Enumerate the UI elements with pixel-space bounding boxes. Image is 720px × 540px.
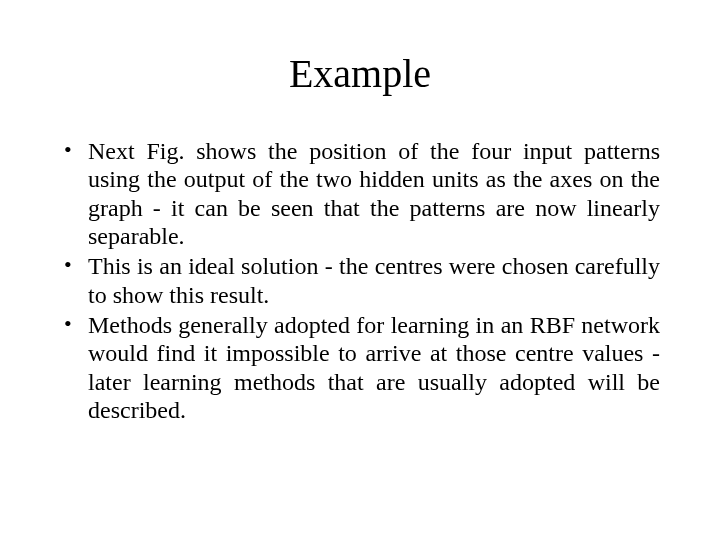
list-item: This is an ideal solution - the centres … [60, 252, 660, 309]
bullet-list: Next Fig. shows the position of the four… [60, 137, 660, 424]
list-item: Methods generally adopted for learning i… [60, 311, 660, 424]
list-item: Next Fig. shows the position of the four… [60, 137, 660, 250]
slide-title: Example [60, 50, 660, 97]
slide: Example Next Fig. shows the position of … [0, 0, 720, 540]
